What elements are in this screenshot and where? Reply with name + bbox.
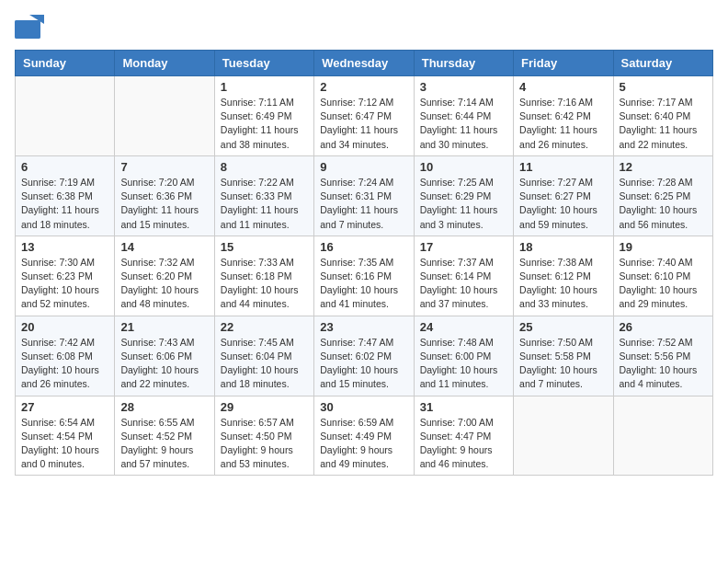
day-info: Sunrise: 6:57 AM Sunset: 4:50 PM Dayligh…	[221, 416, 308, 472]
calendar-cell: 18Sunrise: 7:38 AM Sunset: 6:12 PM Dayli…	[514, 236, 613, 316]
calendar-cell: 25Sunrise: 7:50 AM Sunset: 5:58 PM Dayli…	[514, 316, 613, 396]
day-number: 6	[21, 160, 108, 174]
day-info: Sunrise: 7:35 AM Sunset: 6:16 PM Dayligh…	[320, 256, 407, 312]
day-number: 13	[21, 240, 108, 254]
calendar-cell: 7Sunrise: 7:20 AM Sunset: 6:36 PM Daylig…	[115, 155, 214, 236]
calendar-cell: 13Sunrise: 7:30 AM Sunset: 6:23 PM Dayli…	[16, 236, 115, 316]
day-number: 24	[420, 320, 507, 334]
day-number: 23	[320, 320, 407, 334]
column-header-friday: Friday	[514, 51, 613, 76]
day-info: Sunrise: 7:52 AM Sunset: 5:56 PM Dayligh…	[620, 336, 707, 392]
calendar-cell: 16Sunrise: 7:35 AM Sunset: 6:16 PM Dayli…	[314, 236, 414, 316]
day-info: Sunrise: 7:28 AM Sunset: 6:25 PM Dayligh…	[620, 176, 707, 232]
day-info: Sunrise: 7:50 AM Sunset: 5:58 PM Dayligh…	[519, 336, 607, 392]
day-info: Sunrise: 7:27 AM Sunset: 6:27 PM Dayligh…	[519, 176, 607, 232]
day-number: 3	[420, 80, 507, 94]
day-number: 28	[120, 400, 208, 414]
calendar-header-row: SundayMondayTuesdayWednesdayThursdayFrid…	[16, 51, 713, 76]
day-info: Sunrise: 6:59 AM Sunset: 4:49 PM Dayligh…	[320, 416, 407, 472]
calendar-cell: 30Sunrise: 6:59 AM Sunset: 4:49 PM Dayli…	[314, 396, 414, 476]
svg-rect-2	[15, 20, 40, 39]
day-number: 11	[519, 160, 607, 174]
day-info: Sunrise: 6:54 AM Sunset: 4:54 PM Dayligh…	[21, 416, 108, 472]
column-header-thursday: Thursday	[414, 51, 513, 76]
day-info: Sunrise: 7:42 AM Sunset: 6:08 PM Dayligh…	[21, 336, 108, 392]
day-info: Sunrise: 7:12 AM Sunset: 6:47 PM Dayligh…	[320, 96, 407, 152]
calendar-cell	[115, 76, 214, 156]
logo	[15, 15, 46, 39]
calendar-cell: 8Sunrise: 7:22 AM Sunset: 6:33 PM Daylig…	[214, 155, 313, 236]
calendar-cell: 31Sunrise: 7:00 AM Sunset: 4:47 PM Dayli…	[414, 396, 513, 476]
day-number: 12	[620, 160, 707, 174]
calendar-cell: 29Sunrise: 6:57 AM Sunset: 4:50 PM Dayli…	[214, 396, 313, 476]
calendar-cell: 10Sunrise: 7:25 AM Sunset: 6:29 PM Dayli…	[414, 155, 513, 236]
day-number: 19	[620, 240, 707, 254]
calendar-cell: 2Sunrise: 7:12 AM Sunset: 6:47 PM Daylig…	[314, 76, 414, 156]
day-info: Sunrise: 7:38 AM Sunset: 6:12 PM Dayligh…	[519, 256, 607, 312]
logo-icon	[15, 15, 44, 39]
calendar-cell: 3Sunrise: 7:14 AM Sunset: 6:44 PM Daylig…	[414, 76, 513, 156]
calendar-week-row: 20Sunrise: 7:42 AM Sunset: 6:08 PM Dayli…	[16, 316, 713, 396]
day-info: Sunrise: 7:33 AM Sunset: 6:18 PM Dayligh…	[221, 256, 308, 312]
day-info: Sunrise: 7:25 AM Sunset: 6:29 PM Dayligh…	[420, 176, 507, 232]
calendar-cell: 12Sunrise: 7:28 AM Sunset: 6:25 PM Dayli…	[613, 155, 712, 236]
day-number: 20	[21, 320, 108, 334]
calendar-cell: 4Sunrise: 7:16 AM Sunset: 6:42 PM Daylig…	[514, 76, 613, 156]
day-number: 4	[519, 80, 607, 94]
day-info: Sunrise: 7:40 AM Sunset: 6:10 PM Dayligh…	[620, 256, 707, 312]
day-number: 25	[519, 320, 607, 334]
day-info: Sunrise: 7:48 AM Sunset: 6:00 PM Dayligh…	[420, 336, 507, 392]
calendar-cell: 9Sunrise: 7:24 AM Sunset: 6:31 PM Daylig…	[314, 155, 414, 236]
calendar-cell: 20Sunrise: 7:42 AM Sunset: 6:08 PM Dayli…	[16, 316, 115, 396]
day-number: 7	[120, 160, 208, 174]
calendar-week-row: 1Sunrise: 7:11 AM Sunset: 6:49 PM Daylig…	[16, 76, 713, 156]
day-info: Sunrise: 7:19 AM Sunset: 6:38 PM Dayligh…	[21, 176, 108, 232]
day-info: Sunrise: 7:17 AM Sunset: 6:40 PM Dayligh…	[620, 96, 707, 152]
calendar-cell	[514, 396, 613, 476]
day-info: Sunrise: 7:30 AM Sunset: 6:23 PM Dayligh…	[21, 256, 108, 312]
calendar-cell	[613, 396, 712, 476]
calendar-cell: 21Sunrise: 7:43 AM Sunset: 6:06 PM Dayli…	[115, 316, 214, 396]
calendar-cell: 24Sunrise: 7:48 AM Sunset: 6:00 PM Dayli…	[414, 316, 513, 396]
day-number: 10	[420, 160, 507, 174]
calendar-cell: 19Sunrise: 7:40 AM Sunset: 6:10 PM Dayli…	[613, 236, 712, 316]
day-info: Sunrise: 7:22 AM Sunset: 6:33 PM Dayligh…	[221, 176, 308, 232]
day-info: Sunrise: 7:45 AM Sunset: 6:04 PM Dayligh…	[221, 336, 308, 392]
day-number: 5	[620, 80, 707, 94]
calendar-cell: 27Sunrise: 6:54 AM Sunset: 4:54 PM Dayli…	[16, 396, 115, 476]
day-info: Sunrise: 7:47 AM Sunset: 6:02 PM Dayligh…	[320, 336, 407, 392]
day-number: 2	[320, 80, 407, 94]
day-number: 31	[420, 400, 507, 414]
day-info: Sunrise: 7:20 AM Sunset: 6:36 PM Dayligh…	[120, 176, 208, 232]
calendar-week-row: 6Sunrise: 7:19 AM Sunset: 6:38 PM Daylig…	[16, 155, 713, 236]
calendar-cell	[16, 76, 115, 156]
column-header-wednesday: Wednesday	[314, 51, 414, 76]
day-number: 21	[120, 320, 208, 334]
day-number: 1	[221, 80, 308, 94]
day-number: 26	[620, 320, 707, 334]
calendar-cell: 28Sunrise: 6:55 AM Sunset: 4:52 PM Dayli…	[115, 396, 214, 476]
day-info: Sunrise: 6:55 AM Sunset: 4:52 PM Dayligh…	[120, 416, 208, 472]
day-info: Sunrise: 7:11 AM Sunset: 6:49 PM Dayligh…	[221, 96, 308, 152]
calendar-week-row: 27Sunrise: 6:54 AM Sunset: 4:54 PM Dayli…	[16, 396, 713, 476]
calendar-cell: 5Sunrise: 7:17 AM Sunset: 6:40 PM Daylig…	[613, 76, 712, 156]
day-number: 15	[221, 240, 308, 254]
calendar-cell: 17Sunrise: 7:37 AM Sunset: 6:14 PM Dayli…	[414, 236, 513, 316]
day-info: Sunrise: 7:37 AM Sunset: 6:14 PM Dayligh…	[420, 256, 507, 312]
day-number: 16	[320, 240, 407, 254]
page-header	[15, 15, 713, 39]
day-info: Sunrise: 7:16 AM Sunset: 6:42 PM Dayligh…	[519, 96, 607, 152]
day-info: Sunrise: 7:43 AM Sunset: 6:06 PM Dayligh…	[120, 336, 208, 392]
day-number: 8	[221, 160, 308, 174]
calendar-cell: 14Sunrise: 7:32 AM Sunset: 6:20 PM Dayli…	[115, 236, 214, 316]
day-number: 9	[320, 160, 407, 174]
column-header-tuesday: Tuesday	[214, 51, 313, 76]
day-info: Sunrise: 7:14 AM Sunset: 6:44 PM Dayligh…	[420, 96, 507, 152]
day-number: 30	[320, 400, 407, 414]
calendar-week-row: 13Sunrise: 7:30 AM Sunset: 6:23 PM Dayli…	[16, 236, 713, 316]
calendar-cell: 26Sunrise: 7:52 AM Sunset: 5:56 PM Dayli…	[613, 316, 712, 396]
day-info: Sunrise: 7:24 AM Sunset: 6:31 PM Dayligh…	[320, 176, 407, 232]
column-header-saturday: Saturday	[613, 51, 712, 76]
day-info: Sunrise: 7:00 AM Sunset: 4:47 PM Dayligh…	[420, 416, 507, 472]
calendar-cell: 23Sunrise: 7:47 AM Sunset: 6:02 PM Dayli…	[314, 316, 414, 396]
